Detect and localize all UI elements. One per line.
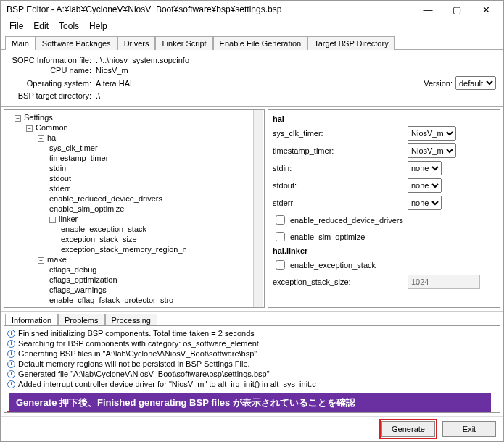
info-icon: i bbox=[7, 370, 15, 378]
window-title: BSP Editor - A:¥lab¥CycloneV¥NiosV_Boot¥… bbox=[7, 4, 413, 14]
stdin-select[interactable]: none bbox=[408, 161, 442, 175]
prop-label-sys-clk: sys_clk_timer: bbox=[273, 129, 403, 138]
tab-problems[interactable]: Problems bbox=[58, 314, 104, 326]
info-panel: SOPC Information file: ..\..\niosv_syste… bbox=[1, 50, 503, 106]
generate-button[interactable]: Generate bbox=[381, 421, 435, 437]
tab-information[interactable]: Information bbox=[5, 314, 58, 326]
info-icon: i bbox=[7, 350, 15, 358]
tree-item[interactable]: enable_reduced_device_drivers bbox=[6, 193, 263, 204]
exit-button[interactable]: Exit bbox=[442, 421, 496, 437]
os-label: Operating system: bbox=[8, 79, 91, 88]
tab-software-packages[interactable]: Software Packages bbox=[36, 36, 117, 50]
tree-item[interactable]: enable_sim_optimize bbox=[6, 204, 263, 214]
chk-sim-optimize[interactable] bbox=[276, 232, 285, 241]
annotation-banner: Generate 押下後、Finished generating BSP fil… bbox=[9, 393, 491, 413]
tree-item[interactable]: cflags_debug bbox=[6, 264, 263, 275]
tree-toggle-icon[interactable]: − bbox=[26, 125, 33, 132]
sopc-value: ..\..\niosv_system.sopcinfo bbox=[96, 56, 496, 64]
chk-reduced-label: enable_reduced_device_drivers bbox=[290, 216, 403, 225]
cpu-label: CPU name: bbox=[8, 66, 91, 75]
log-line: Default memory regions will not be persi… bbox=[18, 359, 250, 369]
info-icon: i bbox=[7, 340, 15, 348]
tree-item[interactable]: exception_stack_size bbox=[6, 234, 263, 244]
tree-item[interactable]: enable_cflag_fstack_protector_stro bbox=[6, 295, 263, 305]
sys-clk-timer-select[interactable]: NiosV_m bbox=[408, 126, 456, 141]
tree-item[interactable]: cflags_warnings bbox=[6, 285, 263, 295]
prop-label-stdin: stdin: bbox=[273, 164, 403, 172]
prop-label-stdout: stdout: bbox=[273, 181, 403, 190]
info-icon: i bbox=[7, 330, 15, 338]
log-line: Generated file "A:\lab\CycloneV\NiosV_Bo… bbox=[18, 369, 270, 379]
log-panel: iFinished initializing BSP components. T… bbox=[4, 325, 500, 413]
tree-toggle-icon[interactable]: − bbox=[49, 217, 56, 223]
tree-item[interactable]: stdin bbox=[6, 163, 263, 173]
os-value: Altera HAL bbox=[96, 79, 424, 88]
menubar: File Edit Tools Help bbox=[1, 18, 503, 34]
target-value: .\ bbox=[96, 91, 496, 100]
chk-exc-label: enable_exception_stack bbox=[290, 261, 376, 270]
log-line: Searching for BSP components with catego… bbox=[18, 338, 259, 349]
version-label: Version: bbox=[424, 79, 453, 88]
tree-common[interactable]: Common bbox=[36, 123, 68, 132]
tab-linker-script[interactable]: Linker Script bbox=[155, 36, 212, 50]
menu-file[interactable]: File bbox=[5, 20, 28, 33]
minimize-button[interactable]: — bbox=[413, 1, 442, 18]
tab-target-bsp-directory[interactable]: Target BSP Directory bbox=[307, 36, 395, 50]
stdout-select[interactable]: none bbox=[408, 178, 442, 193]
tree-item[interactable]: stderr bbox=[6, 183, 263, 193]
tree-item[interactable]: enable_exception_stack bbox=[6, 224, 263, 234]
tree-item[interactable]: stdout bbox=[6, 173, 263, 183]
tree-toggle-icon[interactable]: − bbox=[38, 135, 44, 142]
prop-label-exc-size: exception_stack_size: bbox=[273, 278, 403, 286]
properties-pane: hal sys_clk_timer:NiosV_m timestamp_time… bbox=[268, 109, 500, 308]
settings-tree[interactable]: −Settings −Common −hal sys_clk_timer tim… bbox=[4, 109, 265, 308]
menu-edit[interactable]: Edit bbox=[29, 20, 53, 33]
timestamp-timer-select[interactable]: NiosV_m bbox=[408, 143, 456, 158]
props-hal-header: hal bbox=[273, 114, 495, 123]
log-line: Generating BSP files in "A:\lab\CycloneV… bbox=[18, 349, 257, 359]
chk-exception-stack[interactable] bbox=[276, 260, 285, 270]
sopc-label: SOPC Information file: bbox=[8, 56, 91, 64]
target-label: BSP target directory: bbox=[8, 91, 91, 100]
cpu-value: NiosV_m bbox=[96, 66, 496, 75]
exception-stack-size-field[interactable] bbox=[408, 275, 480, 289]
menu-help[interactable]: Help bbox=[85, 20, 112, 33]
tree-hal[interactable]: hal bbox=[47, 133, 58, 142]
tree-toggle-icon[interactable]: − bbox=[15, 115, 21, 122]
titlebar: BSP Editor - A:¥lab¥CycloneV¥NiosV_Boot¥… bbox=[1, 1, 503, 18]
chk-sim-label: enable_sim_optimize bbox=[290, 233, 365, 241]
tree-root[interactable]: Settings bbox=[24, 113, 53, 122]
maximize-button[interactable]: ▢ bbox=[442, 1, 471, 18]
tab-drivers[interactable]: Drivers bbox=[117, 36, 156, 50]
button-bar: Generate Exit bbox=[1, 416, 503, 441]
prop-label-stderr: stderr: bbox=[273, 199, 403, 207]
tree-item[interactable]: timestamp_timer bbox=[6, 153, 263, 163]
tree-make[interactable]: make bbox=[47, 255, 67, 264]
log-line: Added interrupt controller device driver… bbox=[18, 379, 316, 389]
scrollbar[interactable] bbox=[253, 110, 263, 307]
menu-tools[interactable]: Tools bbox=[54, 20, 83, 33]
bottom-tabbar: Information Problems Processing bbox=[1, 311, 503, 325]
tree-item[interactable]: exception_stack_memory_region_n bbox=[6, 244, 263, 254]
content-split: −Settings −Common −hal sys_clk_timer tim… bbox=[1, 106, 503, 311]
tab-main[interactable]: Main bbox=[5, 36, 36, 50]
tab-processing[interactable]: Processing bbox=[105, 314, 157, 326]
tab-enable-file-generation[interactable]: Enable File Generation bbox=[213, 36, 308, 50]
tree-item[interactable]: sys_clk_timer bbox=[6, 143, 263, 153]
app-window: BSP Editor - A:¥lab¥CycloneV¥NiosV_Boot¥… bbox=[0, 0, 504, 442]
tree-item[interactable]: cflags_optimization bbox=[6, 275, 263, 285]
prop-label-timestamp: timestamp_timer: bbox=[273, 146, 403, 155]
info-icon: i bbox=[7, 380, 15, 388]
tree-toggle-icon[interactable]: − bbox=[38, 257, 44, 264]
main-tabbar: Main Software Packages Drivers Linker Sc… bbox=[1, 34, 503, 50]
chk-reduced-drivers[interactable] bbox=[276, 215, 285, 225]
close-button[interactable]: ✕ bbox=[471, 1, 500, 18]
version-select[interactable]: default bbox=[455, 76, 496, 90]
info-icon: i bbox=[7, 360, 15, 368]
tree-linker[interactable]: linker bbox=[59, 214, 78, 223]
stderr-select[interactable]: none bbox=[408, 196, 442, 210]
props-linker-header: hal.linker bbox=[273, 246, 495, 255]
log-line: Finished initializing BSP components. To… bbox=[18, 328, 255, 338]
